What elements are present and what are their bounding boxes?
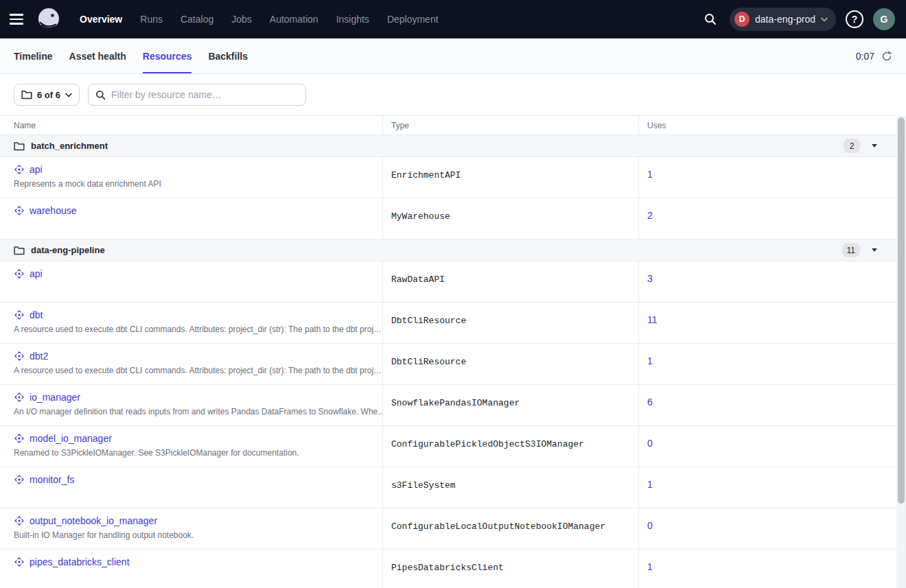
group-row-data-eng-pipeline[interactable]: data-eng-pipeline11 (0, 239, 896, 261)
resource-name-link[interactable]: api (30, 268, 43, 279)
uses-count-link[interactable]: 6 (647, 397, 653, 408)
vertical-scrollbar[interactable] (896, 116, 906, 588)
nav-item-overview[interactable]: Overview (80, 14, 122, 25)
column-header-name: Name (0, 116, 382, 134)
resource-name-link[interactable]: monitor_fs (30, 474, 74, 485)
resource-name-link[interactable]: io_manager (30, 392, 80, 403)
top-navbar: OverviewRunsCatalogJobsAutomationInsight… (0, 0, 906, 38)
uses-count-link[interactable]: 1 (647, 355, 653, 366)
scrollbar-thumb[interactable] (898, 117, 905, 504)
folder-icon (21, 90, 32, 99)
resource-icon (14, 392, 25, 403)
avatar[interactable]: G (873, 8, 895, 30)
resource-row-api: apiRepresents a mock data enrichment API… (0, 157, 896, 198)
resource-icon (14, 164, 25, 175)
resource-filter-searchbox (88, 84, 306, 106)
uses-count-link[interactable]: 2 (647, 210, 653, 221)
nav-item-catalog[interactable]: Catalog (181, 14, 213, 25)
resource-icon (14, 268, 25, 279)
resource-name-link[interactable]: pipes_databricks_client (30, 556, 130, 567)
resource-icon (14, 309, 25, 320)
tab-resources[interactable]: Resources (143, 38, 192, 73)
resource-type: ConfigurableLocalOutputNotebookIOManager (391, 521, 605, 532)
hamburger-menu-icon[interactable] (10, 10, 29, 29)
uses-count-link[interactable]: 0 (647, 520, 653, 531)
resource-name-link[interactable]: api (30, 164, 43, 175)
column-header-type: Type (382, 116, 638, 134)
group-row-batch_enrichment[interactable]: batch_enrichment2 (0, 135, 896, 157)
resource-type: ConfigurablePickledObjectS3IOManager (391, 439, 584, 449)
resource-description: Renamed to S3PickleIOManager. See S3Pick… (14, 448, 382, 458)
uses-count-link[interactable]: 3 (647, 273, 653, 284)
refresh-icon[interactable] (881, 51, 892, 62)
nav-item-runs[interactable]: Runs (140, 14, 163, 25)
resource-name-link[interactable]: warehouse (30, 205, 77, 216)
resources-table: NameTypeUses batch_enrichment2apiReprese… (0, 115, 896, 588)
uses-count-link[interactable]: 1 (647, 479, 653, 490)
resource-type: EnrichmentAPI (391, 170, 461, 180)
overview-tabbar: TimelineAsset healthResourcesBackfills 0… (0, 38, 906, 74)
group-name: data-eng-pipeline (31, 245, 105, 255)
resource-row-dbt: dbtA resource used to execute dbt CLI co… (0, 303, 896, 344)
tab-backfills[interactable]: Backfills (208, 38, 248, 73)
deployment-name: data-eng-prod (755, 14, 815, 25)
resource-description: An I/O manager definition that reads inp… (14, 407, 382, 416)
resource-type: s3FileSystem (391, 480, 456, 491)
resource-description: A resource used to execute dbt CLI comma… (14, 366, 382, 375)
collapse-caret-icon[interactable] (872, 144, 877, 148)
uses-count-link[interactable]: 1 (647, 169, 653, 180)
search-icon (95, 90, 106, 100)
group-name: batch_enrichment (31, 141, 108, 151)
table-header-row: NameTypeUses (0, 116, 896, 135)
resource-name-link[interactable]: dbt (30, 309, 43, 320)
resource-row-pipes_databricks_client: pipes_databricks_clientPipesDatabricksCl… (0, 550, 896, 588)
resource-icon (14, 515, 25, 526)
resource-description: Built-in IO Manager for handling output … (14, 530, 382, 540)
uses-count-link[interactable]: 1 (647, 561, 653, 572)
resource-icon (14, 433, 25, 444)
resource-name-link[interactable]: output_notebook_io_manager (30, 515, 157, 526)
collapse-caret-icon[interactable] (872, 248, 877, 252)
resource-type: DbtCliResource (391, 316, 466, 326)
resource-type: MyWarehouse (391, 211, 450, 222)
chevron-down-icon (821, 17, 828, 22)
resource-row-model_io_manager: model_io_managerRenamed to S3PickleIOMan… (0, 426, 896, 467)
resource-icon (14, 351, 25, 362)
nav-item-deployment[interactable]: Deployment (387, 14, 439, 25)
resource-type: DbtCliResource (391, 357, 466, 367)
resource-filter-input[interactable] (111, 89, 299, 100)
resource-icon (14, 556, 25, 567)
column-header-uses: Uses (638, 116, 896, 134)
group-count-badge: 11 (842, 243, 860, 257)
workspace-switcher[interactable]: D data-eng-prod (730, 8, 836, 31)
refresh-countdown: 0:07 (856, 51, 874, 62)
resource-name-link[interactable]: dbt2 (30, 351, 48, 362)
tab-timeline[interactable]: Timeline (14, 38, 53, 73)
nav-item-insights[interactable]: Insights (336, 14, 369, 25)
resource-icon (14, 205, 25, 216)
group-count-badge: 2 (844, 139, 860, 153)
resource-description: Represents a mock data enrichment API (14, 179, 382, 189)
resource-name-link[interactable]: model_io_manager (30, 433, 112, 444)
resource-row-warehouse: warehouseMyWarehouse2 (0, 198, 896, 239)
nav-item-jobs[interactable]: Jobs (231, 14, 252, 25)
search-icon[interactable] (701, 10, 720, 29)
folder-icon (14, 246, 25, 255)
resource-row-dbt2: dbt2A resource used to execute dbt CLI c… (0, 344, 896, 385)
resource-row-api: apiRawDataAPI3 (0, 261, 896, 303)
resource-type: SnowflakePandasIOManager (391, 398, 520, 408)
code-location-filter-button[interactable]: 6 of 6 (14, 84, 80, 106)
primary-nav: OverviewRunsCatalogJobsAutomationInsight… (80, 13, 439, 25)
dagster-logo[interactable] (36, 6, 62, 32)
tab-asset-health[interactable]: Asset health (69, 38, 126, 73)
uses-count-link[interactable]: 0 (647, 438, 653, 449)
resource-description: A resource used to execute dbt CLI comma… (14, 325, 382, 334)
resource-type: PipesDatabricksClient (391, 563, 504, 573)
uses-count-link[interactable]: 11 (647, 314, 658, 325)
help-icon[interactable]: ? (846, 10, 863, 28)
resource-row-output_notebook_io_manager: output_notebook_io_managerBuilt-in IO Ma… (0, 508, 896, 550)
resource-type: RawDataAPI (391, 274, 445, 285)
folder-icon (14, 141, 25, 151)
nav-item-automation[interactable]: Automation (270, 14, 318, 25)
chevron-down-icon (65, 93, 72, 97)
